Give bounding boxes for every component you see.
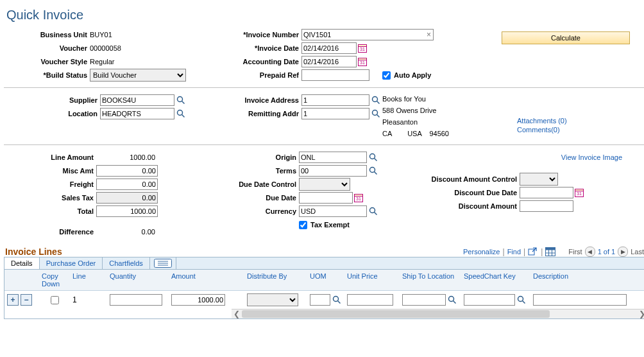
addr-state: CA bbox=[382, 130, 392, 137]
quantity-input[interactable] bbox=[110, 294, 162, 306]
col-distribute-by[interactable]: Distribute By bbox=[244, 270, 307, 290]
addr-city: Pleasanton bbox=[382, 116, 517, 128]
tax-exempt-label: Tax Exempt bbox=[309, 221, 352, 229]
calendar-icon[interactable] bbox=[354, 193, 363, 202]
voucher-style-label: Voucher Style bbox=[4, 58, 90, 65]
tab-details[interactable]: Details bbox=[4, 257, 40, 269]
copy-down-checkbox[interactable] bbox=[51, 296, 59, 304]
supplier-input[interactable] bbox=[100, 94, 174, 106]
misc-amt-input[interactable] bbox=[96, 165, 158, 177]
invoice-address-input[interactable] bbox=[301, 94, 369, 106]
personalize-link[interactable]: Personalize bbox=[463, 248, 500, 256]
distribute-by-select[interactable] bbox=[247, 293, 298, 306]
lookup-icon[interactable] bbox=[371, 109, 380, 118]
supplier-label: Supplier bbox=[4, 96, 100, 104]
col-amount[interactable]: Amount bbox=[169, 270, 244, 290]
ship-to-input[interactable] bbox=[402, 294, 446, 306]
origin-label: Origin bbox=[183, 153, 299, 161]
zoom-icon[interactable] bbox=[528, 247, 538, 256]
lookup-icon[interactable] bbox=[332, 295, 341, 304]
next-button[interactable]: ▶ bbox=[618, 247, 628, 257]
first-label: First bbox=[568, 248, 582, 256]
lookup-icon[interactable] bbox=[517, 295, 526, 304]
prepaid-ref-input[interactable] bbox=[301, 69, 369, 81]
auto-apply-label: Auto Apply bbox=[393, 71, 434, 79]
discount-due-date-label: Discount Due Date bbox=[402, 189, 520, 196]
build-status-select[interactable]: Build Voucher bbox=[90, 69, 186, 82]
invoice-date-input[interactable] bbox=[301, 42, 357, 54]
prev-button[interactable]: ◀ bbox=[585, 247, 595, 257]
calendar-icon[interactable] bbox=[575, 188, 584, 197]
description-input[interactable] bbox=[533, 294, 627, 306]
difference-label: Difference bbox=[4, 228, 96, 236]
speedchart-input[interactable] bbox=[464, 294, 515, 306]
col-speedchart[interactable]: SpeedChart Key bbox=[461, 270, 530, 290]
add-row-button[interactable]: + bbox=[7, 294, 19, 306]
discount-amount-control-label: Discount Amount Control bbox=[402, 175, 520, 183]
scroll-thumb[interactable] bbox=[242, 310, 550, 318]
terms-input[interactable] bbox=[299, 165, 367, 177]
invoice-date-label: *Invoice Date bbox=[235, 44, 301, 52]
calendar-icon[interactable] bbox=[358, 44, 367, 53]
col-line[interactable]: Line bbox=[70, 270, 107, 290]
remitting-addr-input[interactable] bbox=[301, 108, 369, 119]
misc-amt-label: Misc Amt bbox=[4, 167, 96, 175]
scroll-right-button[interactable]: ❯ bbox=[637, 309, 644, 318]
auto-apply-checkbox[interactable] bbox=[382, 71, 391, 80]
page-title: Quick Invoice bbox=[6, 8, 644, 22]
lookup-icon[interactable] bbox=[176, 96, 185, 105]
voucher-label: Voucher bbox=[4, 44, 90, 52]
col-copy-down[interactable]: Copy Down bbox=[39, 270, 70, 290]
lookup-icon[interactable] bbox=[176, 109, 185, 118]
tab-chartfields[interactable]: Chartfields bbox=[103, 257, 150, 269]
amount-input[interactable] bbox=[171, 294, 225, 306]
col-uom[interactable]: UOM bbox=[307, 270, 344, 290]
view-invoice-image-link[interactable]: View Invoice Image bbox=[561, 153, 622, 161]
lookup-icon[interactable] bbox=[369, 207, 378, 216]
terms-label: Terms bbox=[183, 167, 299, 175]
discount-due-date-input[interactable] bbox=[520, 187, 573, 198]
calculate-button[interactable]: Calculate bbox=[502, 31, 630, 44]
col-unit-price[interactable]: Unit Price bbox=[344, 270, 400, 290]
invoice-number-input[interactable] bbox=[301, 29, 434, 40]
discount-amount-control-select[interactable] bbox=[520, 173, 558, 186]
lookup-icon[interactable] bbox=[448, 295, 457, 304]
horizontal-scrollbar[interactable]: ❮ ❯ bbox=[232, 309, 644, 318]
due-date-control-select[interactable] bbox=[299, 178, 350, 191]
clear-icon[interactable]: × bbox=[427, 30, 431, 39]
col-quantity[interactable]: Quantity bbox=[107, 270, 169, 290]
delete-row-button[interactable]: − bbox=[21, 294, 32, 306]
invoice-address-label: Invoice Address bbox=[235, 96, 301, 104]
tab-show-all-icon[interactable] bbox=[150, 257, 176, 269]
comments-link[interactable]: Comments(0) bbox=[517, 126, 560, 134]
attachments-link[interactable]: Attachments (0) bbox=[517, 117, 567, 125]
prepaid-ref-label: Prepaid Ref bbox=[235, 71, 301, 79]
col-ship-to[interactable]: Ship To Location bbox=[400, 270, 461, 290]
grid-tabs: Details Purchase Order Chartfields bbox=[4, 257, 644, 270]
currency-input[interactable] bbox=[299, 205, 367, 217]
scroll-left-button[interactable]: ❮ bbox=[232, 309, 242, 318]
lookup-icon[interactable] bbox=[369, 166, 378, 175]
accounting-date-input[interactable] bbox=[301, 56, 357, 67]
due-date-input[interactable] bbox=[299, 192, 353, 204]
freight-input[interactable] bbox=[96, 178, 158, 190]
col-description[interactable]: Description bbox=[530, 270, 644, 290]
find-link[interactable]: Find bbox=[507, 248, 521, 256]
uom-input[interactable] bbox=[310, 294, 330, 306]
total-input[interactable] bbox=[96, 205, 158, 217]
grid-download-icon[interactable] bbox=[545, 247, 555, 256]
lookup-icon[interactable] bbox=[371, 96, 380, 105]
location-input[interactable] bbox=[100, 108, 174, 119]
calendar-icon[interactable] bbox=[358, 57, 367, 66]
tax-exempt-checkbox[interactable] bbox=[299, 221, 307, 229]
line-amount-value: 1000.00 bbox=[96, 153, 155, 161]
discount-amount-input[interactable] bbox=[520, 200, 573, 212]
freight-label: Freight bbox=[4, 180, 96, 188]
origin-input[interactable] bbox=[299, 152, 367, 163]
invoice-number-label: *Invoice Number bbox=[235, 31, 301, 39]
sales-tax-label: Sales Tax bbox=[4, 194, 96, 202]
due-date-label: Due Date bbox=[183, 194, 299, 202]
tab-purchase-order[interactable]: Purchase Order bbox=[40, 257, 103, 269]
lookup-icon[interactable] bbox=[369, 153, 378, 162]
unit-price-input[interactable] bbox=[347, 294, 393, 306]
